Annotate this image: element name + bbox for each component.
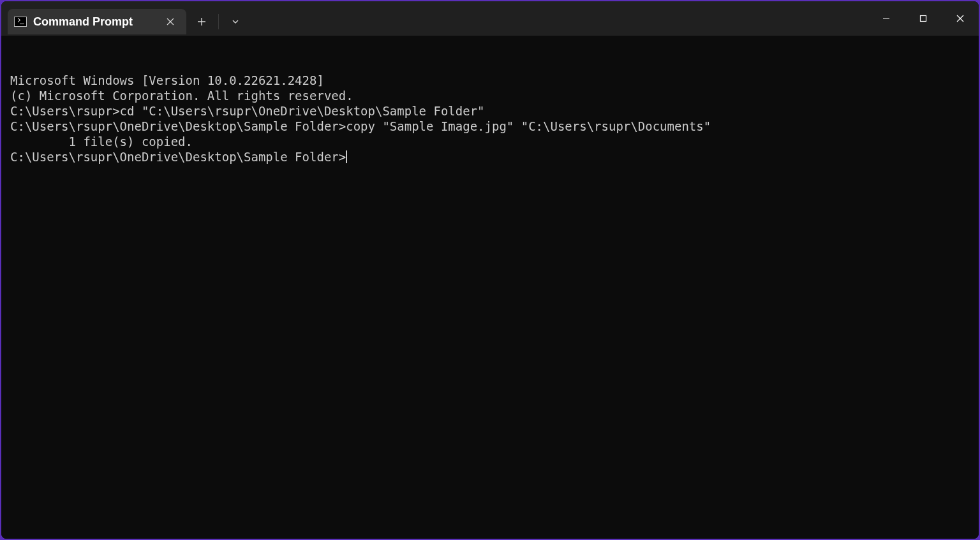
- maximize-icon: [919, 15, 927, 22]
- minimize-icon: [882, 15, 890, 22]
- terminal-lines: Microsoft Windows [Version 10.0.22621.24…: [10, 73, 975, 164]
- terminal-line: Microsoft Windows [Version 10.0.22621.24…: [10, 73, 975, 88]
- minimize-button[interactable]: [868, 4, 905, 33]
- close-icon: [167, 18, 174, 26]
- chevron-down-icon: [232, 18, 239, 26]
- window-controls: [868, 1, 979, 36]
- maximize-button[interactable]: [905, 4, 942, 33]
- tab-command-prompt[interactable]: Command Prompt: [8, 9, 186, 34]
- text-cursor: [346, 150, 347, 163]
- terminal-line: (c) Microsoft Corporation. All rights re…: [10, 88, 975, 103]
- terminal-line: C:\Users\rsupr\OneDrive\Desktop\Sample F…: [10, 149, 975, 164]
- close-icon: [956, 15, 964, 22]
- window-close-button[interactable]: [942, 4, 979, 33]
- toolbar-divider: [218, 14, 219, 29]
- tab-dropdown-button[interactable]: [223, 9, 248, 34]
- tabs-area: Command Prompt: [8, 1, 248, 36]
- tab-close-button[interactable]: [163, 15, 177, 29]
- svg-rect-0: [921, 16, 926, 22]
- terminal-line: C:\Users\rsupr\OneDrive\Desktop\Sample F…: [10, 119, 975, 134]
- plus-icon: [197, 17, 206, 26]
- new-tab-button[interactable]: [189, 9, 214, 34]
- cmd-icon: [14, 17, 27, 27]
- terminal-line: C:\Users\rsupr>cd "C:\Users\rsupr\OneDri…: [10, 103, 975, 119]
- window-frame: Command Prompt: [0, 0, 980, 540]
- terminal-line: 1 file(s) copied.: [10, 134, 975, 149]
- tab-title: Command Prompt: [33, 15, 157, 29]
- title-bar[interactable]: Command Prompt: [1, 1, 979, 36]
- terminal-output[interactable]: Microsoft Windows [Version 10.0.22621.24…: [1, 36, 979, 539]
